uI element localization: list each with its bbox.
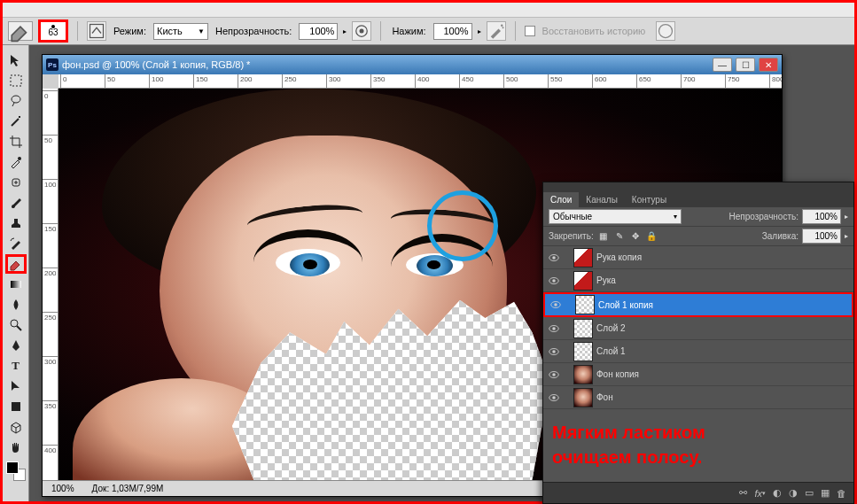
panel-drag-handle[interactable] [543,182,853,190]
healing-tool[interactable] [5,173,27,192]
panel-opacity-field[interactable]: 100% [802,209,841,224]
visibility-toggle-icon[interactable] [547,345,561,359]
visibility-toggle-icon[interactable] [547,251,561,265]
brush-tool[interactable] [5,193,27,213]
move-tool[interactable] [5,50,27,70]
panel-tab-1[interactable]: Каналы [579,192,625,207]
svg-rect-0 [90,25,104,38]
layer-row[interactable]: Слой 2 [543,317,853,340]
stamp-tool[interactable] [5,213,27,233]
gradient-tool[interactable] [5,275,27,294]
visibility-toggle-icon[interactable] [547,274,561,288]
toolbox: T [3,45,29,501]
blur-tool[interactable] [5,295,27,314]
layer-thumbnail[interactable] [573,271,593,291]
layer-mask-icon[interactable]: ◐ [773,487,782,499]
menu-bar[interactable] [3,3,854,17]
delete-layer-icon[interactable]: 🗑 [837,488,846,499]
svg-point-20 [552,327,556,330]
layer-thumbnail[interactable] [573,388,593,407]
lock-position-icon[interactable]: ✥ [629,230,642,243]
document-title: фон.psd @ 100% (Слой 1 копия, RGB/8) * [62,59,250,70]
link-layers-icon[interactable]: ⚯ [739,487,747,499]
airbrush-icon[interactable] [487,21,506,41]
history-brush-tool[interactable] [5,234,27,253]
path-select-tool[interactable] [5,376,27,396]
svg-point-3 [501,25,503,27]
layer-row[interactable]: Рука [543,269,853,292]
shape-tool[interactable] [5,397,27,416]
3d-tool[interactable] [5,417,27,437]
marquee-tool[interactable] [5,71,27,90]
annotation-text: Мягким ластиком очищаем полосу. [543,409,853,482]
visibility-toggle-icon[interactable] [549,298,563,312]
fill-field[interactable]: 100% [802,229,841,244]
mode-label: Режим: [112,26,148,36]
panel-tabs: СлоиКаналыКонтуры [543,190,853,207]
hand-tool[interactable] [5,438,27,457]
ruler-horizontal[interactable]: 0501001502002503003504004505005506006507… [58,74,782,89]
ps-icon: Ps [46,58,58,71]
color-swatches[interactable] [6,461,26,481]
layer-style-icon[interactable]: fx▾ [754,488,766,499]
minimize-button[interactable]: — [713,58,732,72]
svg-point-11 [11,320,18,327]
layer-thumbnail[interactable] [573,248,593,268]
svg-point-22 [552,350,556,353]
brush-panel-toggle-icon[interactable] [87,21,106,41]
svg-rect-6 [11,75,21,86]
eraser-tool-indicator[interactable] [8,21,33,41]
new-layer-icon[interactable]: ▦ [821,487,830,499]
panel-tab-0[interactable]: Слои [543,192,579,207]
type-tool[interactable]: T [5,356,27,376]
lasso-tool[interactable] [5,91,27,111]
visibility-toggle-icon[interactable] [547,368,561,382]
visibility-toggle-icon[interactable] [547,391,561,405]
lock-transparency-icon[interactable]: ▦ [597,230,610,243]
pressure-size-icon[interactable] [656,21,675,41]
brush-preset-picker[interactable]: 63 [38,19,68,43]
eyedropper-tool[interactable] [5,152,27,172]
zoom-level[interactable]: 100% [51,484,74,493]
maximize-button[interactable]: ☐ [736,58,755,72]
erase-history-checkbox[interactable] [525,26,535,36]
svg-point-4 [502,27,503,28]
layer-row[interactable]: Фон [543,386,853,409]
pen-tool[interactable] [5,336,27,355]
layer-name: Слой 2 [596,323,626,333]
adjustment-layer-icon[interactable]: ◑ [789,487,798,499]
layer-row[interactable]: Рука копия [543,246,853,269]
wand-tool[interactable] [5,112,27,131]
opacity-field[interactable]: 100% [299,23,338,40]
panel-tab-2[interactable]: Контуры [625,192,674,207]
layer-name: Фон копия [596,369,639,379]
svg-point-16 [552,279,556,283]
ruler-vertical[interactable]: 050100150200250300350400 [43,89,58,480]
blend-mode-dropdown[interactable]: Обычные▾ [549,209,682,224]
svg-rect-12 [12,402,20,411]
layers-panel: СлоиКаналыКонтуры Обычные▾ Непрозрачност… [542,182,854,504]
opacity-pressure-icon[interactable] [352,21,371,41]
layer-thumbnail[interactable] [575,295,595,314]
layer-thumbnail[interactable] [573,319,593,338]
layer-thumbnail[interactable] [573,365,593,384]
crop-tool[interactable] [5,132,27,151]
dodge-tool[interactable] [5,315,27,335]
visibility-toggle-icon[interactable] [547,322,561,336]
lock-pixels-icon[interactable]: ✎ [613,230,626,243]
layer-row[interactable]: Слой 1 [543,340,853,363]
opacity-label: Непрозрачность: [214,26,293,36]
document-titlebar[interactable]: Ps фон.psd @ 100% (Слой 1 копия, RGB/8) … [43,55,782,74]
group-icon[interactable]: ▭ [805,487,814,499]
layer-row[interactable]: Фон копия [543,363,853,386]
layer-row[interactable]: Слой 1 копия [543,292,853,317]
flow-field[interactable]: 100% [433,23,472,40]
eraser-tool[interactable] [5,254,27,274]
mode-dropdown[interactable]: Кисть▼ [153,23,208,40]
svg-point-7 [12,96,20,103]
layer-name: Слой 1 [596,346,626,356]
close-button[interactable]: ✕ [759,58,778,72]
svg-point-14 [552,256,556,260]
lock-all-icon[interactable]: 🔒 [645,230,658,243]
layer-thumbnail[interactable] [573,342,593,361]
